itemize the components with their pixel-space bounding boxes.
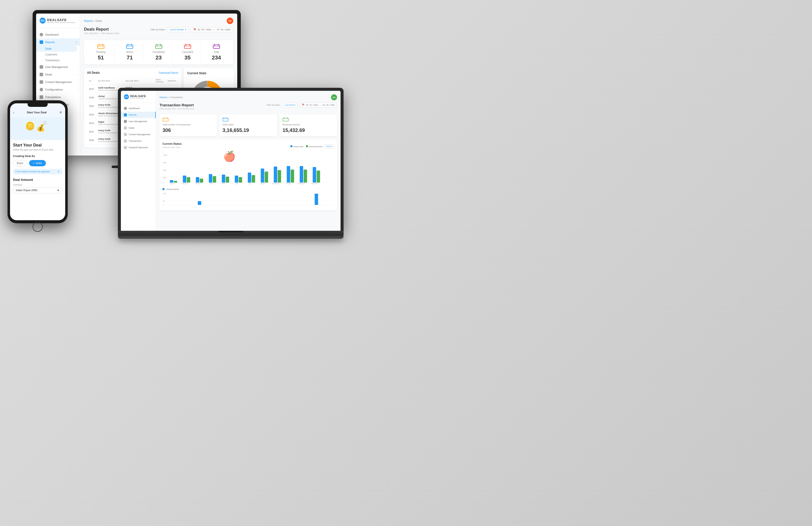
svg-rect-59 [261,169,264,183]
phone-role-toggle: Buyer ✓Seller [13,160,62,166]
svg-text:November: November [299,183,305,184]
sidebar-subitem-deals[interactable]: Deals [36,46,77,52]
page-subtitle: 31st July 2021 - 27th January 2022 [84,32,119,34]
phone-creating-as-label: Creating Deal As [13,155,62,157]
download-report-link[interactable]: Download Report [159,71,178,74]
phone-back-button[interactable]: ‹ [13,110,14,114]
laptop-nav-outward[interactable]: Outward Payments [121,144,156,151]
revenue-section: revenue earned 120 90 0 [162,188,334,207]
col-id: ID ↕ [87,77,96,85]
svg-rect-57 [248,173,251,183]
sidebar-subitem-transactions[interactable]: Transactions [36,57,80,63]
sidebar-item-config[interactable]: Configurations › [36,86,80,93]
svg-rect-55 [235,175,238,183]
cancelled-icon [184,44,191,49]
laptop-page-title: Transaction Report [159,103,194,107]
svg-text:January: January [169,183,175,184]
laptop-nav-reports[interactable]: Reports › [121,112,156,118]
svg-rect-4 [126,45,133,48]
svg-rect-67 [313,167,316,183]
col-status: DEAL STATUS [154,77,165,85]
sidebar-item-contentmgmt[interactable]: Content Management › [36,78,80,86]
laptop-page-sub: 24th January 2022 - 31st January 2022 [159,108,194,110]
laptop-nav-content[interactable]: Content Management › [121,131,156,138]
sidebar-label-transactions: Transactions [45,96,61,99]
sidebar-item-transactions[interactable]: Transactions [36,93,80,101]
svg-rect-63 [287,166,290,183]
user-avatar[interactable]: AK [227,17,233,24]
laptop-filter-preset-btn[interactable]: Last Week ▾ [282,103,298,107]
stat-pending-label: Pending [90,51,111,54]
phone-buyer-btn[interactable]: Buyer [13,160,27,166]
laptop-stat-tx-value: 306 [162,127,214,133]
svg-rect-52 [213,176,216,183]
phone-currency-select[interactable]: Indian Rupee (INR) ▼ [13,187,62,194]
laptop-chart-section: Current Status Selected Year: 2021 Amoun… [159,139,337,210]
laptop-outward-icon [124,146,127,149]
laptop-nav-usermgmt[interactable]: User Management › [121,118,156,125]
gear-icon: ⚙ [43,120,47,126]
stat-cancelled: Cancelled 35 [174,44,201,61]
laptop-stat-revenue: Revenue Earned 15,432.69 [280,114,337,136]
svg-rect-29 [223,118,228,121]
breadcrumb-reports[interactable]: Reports [84,19,93,22]
laptop-content-icon [124,133,127,136]
svg-text:1200: 1200 [163,154,168,156]
laptop-bottom [118,231,344,236]
laptop-screen: DS DEALSAFE SECURE YOUR MONEY Dashboard … [121,91,340,231]
chevron-down-icon: ▾ [76,41,77,43]
phone-amount-title: Deal Amount [13,178,62,182]
svg-rect-68 [317,171,320,183]
laptop-nav-deals[interactable]: Deals › [121,125,156,131]
svg-text:December: December [311,183,318,184]
revenue-chart-svg: 120 90 0 [162,191,334,206]
svg-text:March: March [196,183,200,184]
svg-rect-12 [184,45,191,48]
phone-home-button[interactable] [33,222,43,232]
phone-currency-chevron-icon: ▼ [57,189,59,191]
svg-rect-51 [209,174,213,183]
svg-text:October: October [286,183,291,184]
sidebar-label-deals: Deals [45,73,52,76]
laptop-nav-dashboard[interactable]: Dashboard [121,105,156,112]
laptop-nav-transactions[interactable]: Transactions [121,138,156,144]
svg-text:February: February [182,183,188,184]
breadcrumb: Reports > Deals [84,19,102,22]
revenue-legend-label: revenue earned [166,188,179,190]
year-filter[interactable]: 2021 ▾ [324,144,334,148]
mobile-phone: ‹ Start Your Deal ✕ 🪙 💰 ⚙ Start Your Dea… [8,100,68,223]
laptop-sidebar: DS DEALSAFE SECURE YOUR MONEY Dashboard … [121,91,156,231]
phone-frame: ‹ Start Your Deal ✕ 🪙 💰 ⚙ Start Your Dea… [8,100,68,223]
col-amount: AMOUNT [165,77,178,85]
laptop-breadcrumb-reports[interactable]: Reports [159,96,168,99]
calendar-icon: 📅 [193,28,196,31]
laptop-reports-chevron: › [151,114,152,116]
laptop-chart-title: Current Status [162,142,182,145]
sidebar-item-deals[interactable]: Deals › [36,71,80,78]
stat-total-label: Total [206,51,227,54]
desktop-logo: DS DEALSAFE SECURE YOUR MONEY SECURELY [36,17,80,28]
coin-stack-icon: 🪙 [25,121,35,131]
stat-cancelled-value: 35 [177,54,198,61]
svg-text:August: August [261,183,265,184]
phone-seller-btn[interactable]: ✓Seller [29,160,46,166]
sidebar-label-reports: Reports [45,41,55,44]
logo-name: DEALSAFE [47,18,76,22]
phone-info-close-icon[interactable]: ✕ [58,170,60,173]
page-title: Deals Report [84,27,119,32]
phone-close-button[interactable]: ✕ [59,110,62,114]
filter-preset-label: Last 6 Months [170,28,184,31]
laptop-chart-sub: Selected Year: 2021 [162,146,182,148]
sidebar-subitem-customers[interactable]: Customers [36,52,80,57]
desktop-topbar: Reports > Deals AK [84,17,233,24]
sidebar-label-usermgmt: User Management [45,66,68,69]
sidebar-item-dashboard[interactable]: Dashboard [36,31,80,38]
filter-preset-btn[interactable]: Last 6 Months ▾ [168,27,189,32]
svg-rect-48 [187,177,190,183]
stat-active: Active 71 [116,44,143,61]
svg-text:April: April [209,183,213,184]
sidebar-item-usermgmt[interactable]: User Management › [36,63,80,71]
sidebar-item-reports[interactable]: Reports ▾ [36,38,80,46]
laptop-user-avatar[interactable]: AG [331,94,337,100]
svg-rect-46 [174,181,177,183]
